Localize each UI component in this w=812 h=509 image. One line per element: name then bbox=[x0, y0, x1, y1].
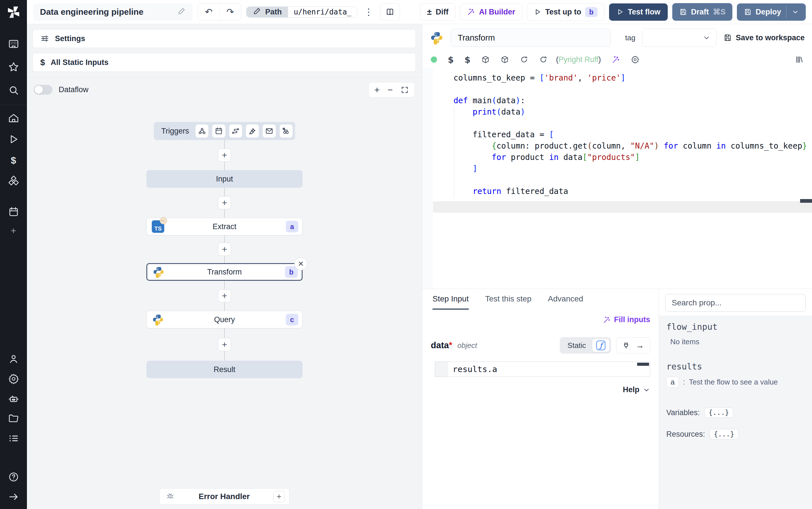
code-editor[interactable]: columns_to_keep = ['brand', 'price'] def… bbox=[422, 68, 812, 289]
workspace-icon[interactable] bbox=[7, 37, 20, 50]
tab-step-input[interactable]: Step Input bbox=[433, 289, 469, 310]
runs-icon[interactable] bbox=[7, 133, 20, 146]
editor-scrollbar-thumb[interactable] bbox=[800, 199, 812, 203]
undo-button[interactable]: ↶ bbox=[198, 4, 219, 20]
search-icon[interactable] bbox=[7, 83, 20, 97]
plus-icon[interactable]: + bbox=[7, 224, 20, 237]
schedule-icon[interactable] bbox=[212, 124, 225, 138]
tab-test-this-step[interactable]: Test this step bbox=[485, 289, 531, 310]
settings-icon[interactable] bbox=[7, 372, 20, 385]
resources-value-chip[interactable]: {...} bbox=[710, 429, 739, 439]
logs-icon[interactable] bbox=[7, 432, 20, 445]
resource-picker-icon[interactable]: $ bbox=[465, 55, 471, 65]
redo-button[interactable]: ↷ bbox=[219, 4, 241, 20]
insert-step-button[interactable]: + bbox=[218, 148, 231, 162]
result-entry[interactable]: a : Test the flow to see a value bbox=[666, 377, 805, 387]
save-to-workspace-button[interactable]: Save to workspace bbox=[723, 33, 805, 42]
fit-view-button[interactable] bbox=[401, 86, 409, 94]
fill-inputs-button[interactable]: Fill inputs bbox=[431, 315, 650, 324]
all-static-inputs-label: All Static Inputs bbox=[51, 58, 109, 67]
prop-search-wrap bbox=[659, 289, 812, 316]
undo-redo-group: ↶ ↷ bbox=[198, 3, 241, 21]
flow-input-section[interactable]: flow_input bbox=[666, 322, 805, 332]
help-icon[interactable] bbox=[7, 470, 20, 483]
insert-step-button[interactable]: + bbox=[218, 289, 231, 302]
test-up-to-label: Test up to bbox=[545, 8, 581, 16]
query-node[interactable]: Query c bbox=[147, 311, 303, 328]
code-line: def main(data): bbox=[453, 95, 812, 106]
code-line: ] bbox=[453, 163, 812, 174]
arrow-right-icon[interactable]: → bbox=[636, 341, 644, 350]
reload-icon[interactable] bbox=[520, 55, 528, 64]
deploy-button[interactable]: Deploy bbox=[737, 3, 806, 21]
star-icon[interactable] bbox=[7, 60, 20, 73]
help-toggle[interactable]: Help bbox=[431, 385, 650, 394]
insert-step-button[interactable]: + bbox=[218, 243, 231, 256]
variables-icon[interactable]: $ bbox=[7, 154, 20, 167]
path-value-input[interactable]: u/henri/data_ bbox=[288, 7, 357, 17]
variables-value-chip[interactable]: {...} bbox=[704, 407, 733, 418]
windmill-logo[interactable] bbox=[0, 0, 27, 24]
home-icon[interactable] bbox=[7, 112, 20, 125]
email-icon[interactable] bbox=[262, 124, 276, 138]
windmill-logo-icon bbox=[7, 5, 21, 19]
chevron-down-icon[interactable] bbox=[791, 8, 799, 15]
package-icon[interactable] bbox=[481, 55, 490, 64]
schedules-icon[interactable] bbox=[7, 205, 20, 218]
results-section[interactable]: results bbox=[666, 362, 805, 371]
result-key-badge[interactable]: a bbox=[666, 377, 679, 387]
triggers-node[interactable]: Triggers bbox=[154, 122, 295, 140]
all-static-inputs-row[interactable]: $ All Static Inputs bbox=[33, 53, 416, 72]
zoom-in-button[interactable]: + bbox=[374, 86, 380, 94]
diff-button[interactable]: ± Diff bbox=[420, 3, 455, 21]
library-panel-icon[interactable] bbox=[795, 55, 804, 64]
transform-node[interactable]: Transform b ✕ bbox=[147, 263, 303, 281]
input-node[interactable]: Input bbox=[147, 170, 303, 188]
result-node[interactable]: Result bbox=[147, 361, 303, 378]
tab-advanced[interactable]: Advanced bbox=[548, 289, 583, 310]
folders-icon[interactable] bbox=[7, 412, 20, 425]
plug-icon[interactable] bbox=[246, 124, 259, 138]
webhook-icon[interactable] bbox=[195, 124, 209, 138]
delete-step-button[interactable]: ✕ bbox=[294, 257, 307, 270]
flow-settings-row[interactable]: Settings bbox=[33, 29, 416, 48]
flow-panel: Settings $ All Static Inputs Dataflow + … bbox=[27, 24, 422, 509]
extract-node[interactable]: TS Extract a bbox=[147, 218, 303, 235]
dataflow-toggle[interactable] bbox=[34, 85, 52, 95]
static-mode-option[interactable]: Static bbox=[561, 341, 592, 350]
ai-builder-button[interactable]: AI Builder bbox=[460, 4, 522, 21]
variable-picker-icon[interactable]: $ bbox=[448, 55, 454, 65]
props-list: flow_input No items results a : Test the… bbox=[659, 316, 812, 509]
expression-input[interactable]: results.a bbox=[435, 362, 650, 377]
test-up-to-button[interactable]: Test up to b bbox=[527, 3, 604, 21]
package-icon[interactable] bbox=[501, 55, 509, 64]
search-prop-input[interactable] bbox=[665, 294, 806, 312]
route-icon[interactable] bbox=[229, 124, 242, 138]
ai-assistant-icon[interactable] bbox=[612, 55, 620, 64]
test-flow-button[interactable]: Test flow bbox=[609, 3, 668, 21]
collapse-icon[interactable] bbox=[7, 490, 20, 503]
editor-settings-icon[interactable] bbox=[631, 55, 639, 64]
reload-icon[interactable] bbox=[539, 55, 548, 64]
argument-name: data bbox=[431, 340, 449, 350]
user-icon[interactable] bbox=[7, 352, 20, 366]
more-menu-icon[interactable]: ⋮ bbox=[363, 6, 375, 17]
poll-icon[interactable] bbox=[280, 124, 293, 138]
insert-step-button[interactable]: + bbox=[218, 196, 231, 209]
workers-icon[interactable] bbox=[7, 392, 20, 405]
error-handler-node[interactable]: Error Handler + bbox=[159, 488, 290, 505]
tag-select[interactable] bbox=[642, 29, 716, 47]
argument-type: object bbox=[457, 341, 477, 350]
step-name-input[interactable] bbox=[451, 29, 611, 47]
expression-mode-option[interactable]: ƒ bbox=[592, 339, 610, 352]
dollar-icon: $ bbox=[40, 58, 45, 67]
path-button[interactable]: Path bbox=[247, 7, 288, 17]
add-error-handler-button[interactable]: + bbox=[273, 491, 285, 502]
resources-icon[interactable] bbox=[7, 175, 20, 188]
edit-title-icon[interactable] bbox=[177, 7, 186, 17]
docs-button[interactable] bbox=[380, 3, 400, 21]
plug-icon[interactable] bbox=[622, 341, 630, 349]
draft-button[interactable]: Draft ⌘S bbox=[672, 3, 732, 21]
zoom-out-button[interactable]: − bbox=[387, 86, 393, 94]
insert-step-button[interactable]: + bbox=[218, 338, 231, 351]
